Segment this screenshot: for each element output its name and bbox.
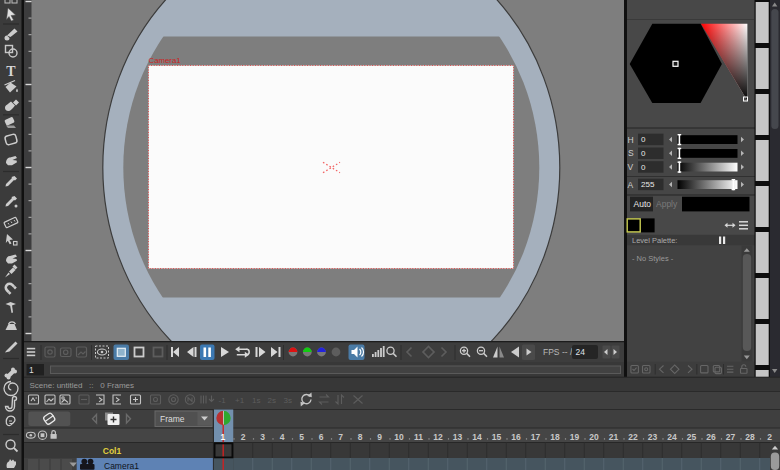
svg-text:16: 16	[511, 432, 521, 442]
svg-text:Scene: untitled :: 0 Frame: Scene: untitled :: 0 Frames	[30, 381, 135, 390]
svg-text:1: 1	[29, 365, 34, 375]
svg-text:17: 17	[531, 432, 541, 442]
svg-text:10: 10	[394, 432, 404, 442]
svg-text:3s: 3s	[284, 396, 292, 405]
svg-text:+1: +1	[235, 396, 245, 405]
svg-text:1: 1	[220, 432, 225, 442]
svg-text:6: 6	[319, 432, 324, 442]
svg-text:Auto: Auto	[634, 199, 652, 209]
svg-text:9: 9	[377, 432, 382, 442]
svg-text:Level Palette:: Level Palette:	[632, 236, 677, 245]
svg-text:2: 2	[241, 432, 246, 442]
svg-text:2s: 2s	[268, 396, 276, 405]
svg-text:FPS -- /: FPS -- /	[543, 347, 573, 357]
svg-text:24: 24	[576, 347, 586, 357]
svg-text:15: 15	[492, 432, 502, 442]
svg-text:Col1: Col1	[103, 446, 122, 456]
svg-text:0: 0	[641, 135, 646, 144]
svg-text:18: 18	[550, 432, 560, 442]
svg-text:S: S	[628, 148, 634, 158]
svg-text:8: 8	[358, 432, 363, 442]
svg-text:2: 2	[767, 432, 772, 442]
svg-text:11: 11	[414, 432, 423, 442]
svg-text:12: 12	[433, 432, 443, 442]
svg-text:Frame: Frame	[160, 414, 185, 424]
svg-text:24: 24	[667, 432, 677, 442]
svg-text:25: 25	[687, 432, 697, 442]
svg-text:- No Styles -: - No Styles -	[632, 254, 674, 263]
svg-text:13: 13	[453, 432, 463, 442]
svg-text:19: 19	[570, 432, 580, 442]
svg-text:Apply: Apply	[656, 199, 678, 209]
svg-text:4: 4	[280, 432, 285, 442]
svg-text:T: T	[6, 64, 16, 79]
svg-text:A: A	[628, 180, 634, 190]
svg-text:255: 255	[641, 180, 655, 189]
svg-text:28: 28	[745, 432, 755, 442]
svg-text:V: V	[628, 162, 634, 172]
svg-text:0: 0	[641, 149, 646, 158]
svg-text:14: 14	[472, 432, 482, 442]
svg-text:22: 22	[628, 432, 638, 442]
svg-text:7: 7	[338, 432, 343, 442]
svg-text:26: 26	[706, 432, 716, 442]
svg-text:-1: -1	[219, 396, 227, 405]
svg-text:1s: 1s	[252, 396, 260, 405]
svg-text:5: 5	[299, 432, 304, 442]
svg-text:23: 23	[648, 432, 658, 442]
svg-text:Camera1: Camera1	[104, 461, 139, 470]
svg-text:3: 3	[260, 432, 265, 442]
svg-text:H: H	[628, 135, 634, 145]
svg-text:0: 0	[641, 163, 646, 172]
svg-text:20: 20	[589, 432, 599, 442]
svg-text:21: 21	[609, 432, 619, 442]
svg-text:Camera1: Camera1	[149, 56, 181, 65]
svg-text:27: 27	[726, 432, 736, 442]
